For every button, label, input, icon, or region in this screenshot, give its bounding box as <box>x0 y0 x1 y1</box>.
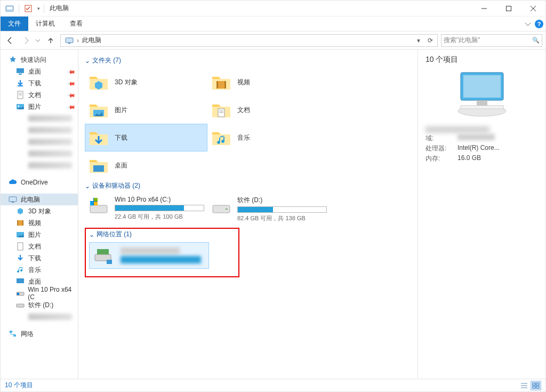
nav-pinned-item[interactable] <box>1 113 78 124</box>
nav-label: OneDrive <box>21 179 48 186</box>
tile-music[interactable]: 音乐 <box>207 124 330 151</box>
svg-rect-60 <box>536 386 539 388</box>
nav-network[interactable]: 网络 <box>1 328 78 340</box>
tile-label: 图片 <box>115 106 204 115</box>
group-folders[interactable]: ⌄ 文件夹 (7) <box>85 56 411 65</box>
document-icon <box>15 90 25 100</box>
address-dropdown-icon[interactable]: ▾ <box>413 37 424 44</box>
nav-pictures2[interactable]: 图片 <box>1 229 78 241</box>
nav-documents2[interactable]: 文档 <box>1 241 78 252</box>
nav-label: 图片 <box>28 230 41 239</box>
nav-downloads[interactable]: 下载📌 <box>1 77 78 89</box>
folder-video-icon <box>211 71 232 93</box>
content-area[interactable]: ⌄ 文件夹 (7) 3D 对象 视频 图片 文档 <box>78 50 417 379</box>
close-button[interactable] <box>521 1 545 17</box>
tab-computer[interactable]: 计算机 <box>28 17 62 31</box>
tile-desktop[interactable]: 桌面 <box>85 151 207 179</box>
chevron-down-icon: ⌄ <box>85 57 90 65</box>
nav-item-hidden[interactable] <box>1 311 78 323</box>
up-button[interactable] <box>44 34 57 47</box>
drive-c[interactable]: Win 10 Pro x64 (C:) 22.4 GB 可用，共 100 GB <box>85 194 207 225</box>
folder-pictures-icon <box>88 99 109 121</box>
svg-point-16 <box>18 106 20 107</box>
maximize-button[interactable] <box>496 1 521 17</box>
tile-pictures[interactable]: 图片 <box>85 96 207 124</box>
view-details-button[interactable] <box>519 381 529 390</box>
details-name-row <box>425 126 538 133</box>
film-icon <box>15 218 25 228</box>
drive-usage-bar <box>237 206 327 213</box>
nav-music[interactable]: 音乐 <box>1 264 78 276</box>
search-icon[interactable]: 🔍 <box>532 37 540 44</box>
pc-icon <box>8 195 18 204</box>
system-menu-icon[interactable] <box>4 3 15 14</box>
navigation-pane: 快速访问 桌面📌 下载📌 文档📌 图片📌 <box>1 50 78 379</box>
svg-rect-42 <box>90 202 93 205</box>
nav-label: 文档 <box>28 91 41 100</box>
svg-rect-21 <box>22 220 23 226</box>
view-switch <box>519 381 541 390</box>
tile-downloads[interactable]: 下载 <box>85 124 207 151</box>
nav-documents[interactable]: 文档📌 <box>1 89 78 101</box>
tile-videos[interactable]: 视频 <box>207 68 330 96</box>
nav-this-pc[interactable]: 此电脑 <box>1 194 78 205</box>
tile-label: 下载 <box>115 133 204 142</box>
nav-pinned-item[interactable] <box>1 159 78 171</box>
nav-pinned-item[interactable] <box>1 148 78 159</box>
svg-rect-40 <box>90 198 93 201</box>
network-location-item[interactable] <box>89 242 209 269</box>
nav-pinned-item[interactable] <box>1 136 78 148</box>
tile-3dobjects[interactable]: 3D 对象 <box>85 68 207 96</box>
nav-label: 图片 <box>28 102 41 111</box>
nav-downloads2[interactable]: 下载 <box>1 252 78 264</box>
nav-videos[interactable]: 视频 <box>1 217 78 229</box>
qat-dropdown-icon[interactable]: ▾ <box>35 3 42 14</box>
nav-drive-c[interactable]: Win 10 Pro x64 (C <box>1 287 78 299</box>
group-label: 设备和驱动器 (2) <box>92 181 140 190</box>
desktop-icon <box>15 277 25 286</box>
group-network-locations[interactable]: ⌄ 网络位置 (1) <box>89 230 235 239</box>
address-bar[interactable]: › 此电脑 ▾ ⟳ <box>60 34 438 47</box>
pictures-icon <box>15 102 25 111</box>
details-pane: 10 个项目 域: 处理器:Intel(R) Core... 内存:16.0 G… <box>417 50 545 379</box>
refresh-button[interactable]: ⟳ <box>424 37 436 44</box>
address-pc-icon[interactable] <box>62 35 77 46</box>
nav-drive-d[interactable]: 软件 (D:) <box>1 299 78 311</box>
quick-access-toolbar: ▾ <box>4 3 42 14</box>
nav-label: 文档 <box>28 242 41 251</box>
details-mem-row: 内存:16.0 GB <box>425 154 538 163</box>
svg-rect-41 <box>94 198 98 201</box>
drive-d[interactable]: 软件 (D:) 82.4 GB 可用，共 138 GB <box>207 194 330 225</box>
drive-name: Win 10 Pro x64 (C:) <box>115 196 204 203</box>
nav-pinned-item[interactable] <box>1 124 78 136</box>
properties-icon[interactable] <box>22 3 34 14</box>
breadcrumb-this-pc[interactable]: 此电脑 <box>79 35 105 46</box>
history-dropdown[interactable] <box>36 38 41 43</box>
nav-label: 桌面 <box>28 277 41 286</box>
help-icon[interactable]: ? <box>535 20 543 28</box>
svg-rect-28 <box>10 331 12 333</box>
tile-label: 3D 对象 <box>115 78 204 87</box>
folder-documents-icon <box>211 99 232 121</box>
minimize-button[interactable] <box>472 1 496 17</box>
nav-onedrive[interactable]: OneDrive <box>1 177 78 188</box>
tab-file[interactable]: 文件 <box>1 17 28 31</box>
nav-desktop[interactable]: 桌面📌 <box>1 66 78 77</box>
drive-windows-icon <box>88 196 109 217</box>
tile-documents[interactable]: 文档 <box>207 96 330 124</box>
view-tiles-button[interactable] <box>531 381 541 390</box>
download-icon <box>15 253 25 263</box>
group-drives[interactable]: ⌄ 设备和驱动器 (2) <box>85 181 411 190</box>
svg-rect-17 <box>9 197 17 202</box>
nav-quick-access[interactable]: 快速访问 <box>1 54 78 66</box>
ribbon-expand-icon[interactable] <box>525 21 531 27</box>
tab-view[interactable]: 查看 <box>62 17 90 31</box>
nav-3dobjects[interactable]: 3D 对象 <box>1 205 78 217</box>
back-button[interactable] <box>4 34 17 47</box>
folder-desktop-icon <box>88 155 109 176</box>
nav-pictures[interactable]: 图片📌 <box>1 101 78 113</box>
search-input[interactable]: 搜索"此电脑" 🔍 <box>441 34 542 47</box>
forward-button[interactable] <box>20 34 33 47</box>
svg-rect-59 <box>533 386 535 388</box>
svg-rect-53 <box>461 106 503 109</box>
